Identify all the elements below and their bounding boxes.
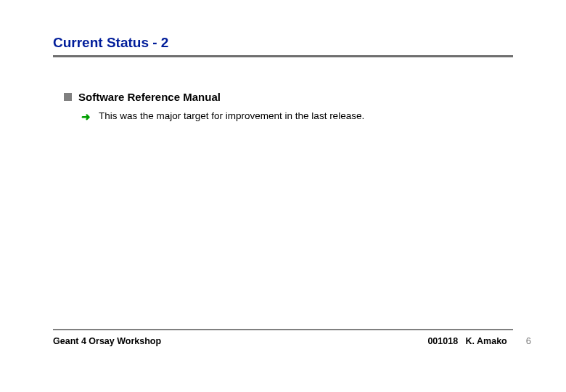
footer-right: 001018 K. Amako 6 bbox=[427, 335, 531, 346]
list-item-label: Software Reference Manual bbox=[78, 91, 221, 103]
title-area: Current Status - 2 bbox=[53, 35, 513, 57]
list-subitem: ➜ This was the major target for improvem… bbox=[81, 110, 513, 122]
square-bullet-icon bbox=[64, 93, 72, 101]
title-rule bbox=[53, 55, 513, 57]
footer-date: 001018 bbox=[427, 336, 458, 346]
slide: Current Status - 2 Software Reference Ma… bbox=[0, 0, 566, 392]
page-number: 6 bbox=[526, 335, 531, 346]
footer-rule bbox=[53, 329, 513, 330]
slide-title: Current Status - 2 bbox=[53, 35, 513, 55]
footer-date-author: 001018 K. Amako bbox=[427, 336, 506, 346]
arrow-right-icon: ➜ bbox=[81, 111, 91, 122]
footer: Geant 4 Orsay Workshop 001018 K. Amako 6 bbox=[53, 335, 531, 346]
list-item: Software Reference Manual bbox=[64, 91, 513, 103]
footer-left: Geant 4 Orsay Workshop bbox=[53, 336, 161, 346]
list-subitem-label: This was the major target for improvemen… bbox=[99, 110, 364, 121]
footer-author: K. Amako bbox=[466, 336, 507, 346]
content-area: Software Reference Manual ➜ This was the… bbox=[64, 91, 513, 122]
